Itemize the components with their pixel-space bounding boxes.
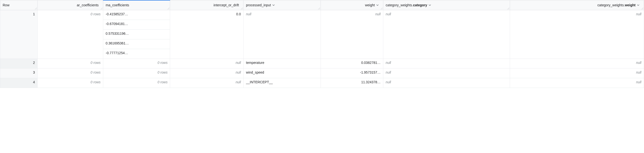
col-header-cwcat-label: category_weights.category xyxy=(386,3,427,7)
table-row-group: 4 0 rows 0 rows null __INTERCEPT__ 11.32… xyxy=(0,78,644,88)
col-header-ma-label: ma_coefficients xyxy=(106,3,129,7)
ar-cell: 0 rows xyxy=(38,68,103,78)
col-header-processed-input[interactable]: processed_input xyxy=(244,0,321,10)
col-header-cwwgt-label: category_weights.weight xyxy=(598,3,636,7)
col-header-category-weights-weight[interactable]: category_weights.weight xyxy=(510,0,644,10)
cw-weight-cell: null xyxy=(510,78,644,88)
weight-cell: 11.324378… xyxy=(321,78,383,88)
resize-handle[interactable] xyxy=(640,7,644,10)
results-table: Row ar_coefficients ma_coefficients inte… xyxy=(0,0,644,88)
cw-category-cell: null xyxy=(383,78,510,88)
resize-handle[interactable] xyxy=(100,7,103,10)
col-header-ar-label: ar_coefficients xyxy=(77,3,98,7)
ma-cell: 0.361695361… xyxy=(103,39,170,49)
resize-handle[interactable] xyxy=(167,7,170,10)
processed-cell: __INTERCEPT__ xyxy=(244,78,321,88)
col-header-intercept-or-drift[interactable]: intercept_or_drift xyxy=(170,0,244,10)
cw-category-cell: null xyxy=(383,68,510,78)
resize-handle[interactable] xyxy=(318,7,320,10)
processed-cell: null xyxy=(244,10,321,59)
resize-handle[interactable] xyxy=(506,7,510,10)
col-header-ma-coefficients[interactable]: ma_coefficients xyxy=(103,0,170,10)
col-header-row[interactable]: Row xyxy=(0,0,38,10)
weight-cell: 0.0382781… xyxy=(321,59,383,68)
row-index-cell: 4 xyxy=(0,78,38,88)
col-header-row-label: Row xyxy=(3,3,10,7)
table-row: 4 0 rows 0 rows null __INTERCEPT__ 11.32… xyxy=(0,78,644,88)
processed-cell: wind_speed xyxy=(244,68,321,78)
cw-weight-cell: null xyxy=(510,59,644,68)
col-header-intercept-label: intercept_or_drift xyxy=(214,3,239,7)
chevron-down-icon[interactable] xyxy=(428,4,431,6)
ma-cell: 0.575331196… xyxy=(103,29,170,39)
resize-handle[interactable] xyxy=(380,7,383,10)
intercept-cell: null xyxy=(170,68,244,78)
table-row-group: 2 0 rows 0 rows null temperature 0.03827… xyxy=(0,59,644,68)
intercept-cell: 0.0 xyxy=(170,10,244,59)
ma-cell: -0.67094181… xyxy=(103,20,170,29)
row-index-cell: 1 xyxy=(0,10,38,59)
col-header-ar-coefficients[interactable]: ar_coefficients xyxy=(38,0,103,10)
table-row-group: 3 0 rows 0 rows null wind_speed -1.95731… xyxy=(0,68,644,78)
chevron-down-icon[interactable] xyxy=(637,4,640,6)
col-header-weight[interactable]: weight xyxy=(321,0,383,10)
cwwgt-main: weight xyxy=(625,3,636,7)
ma-cell: -0.41585237… xyxy=(103,10,170,20)
processed-cell: temperature xyxy=(244,59,321,68)
resize-handle[interactable] xyxy=(34,7,37,10)
cw-weight-cell: null xyxy=(510,68,644,78)
col-header-category-weights-category[interactable]: category_weights.category xyxy=(383,0,510,10)
header-row: Row ar_coefficients ma_coefficients inte… xyxy=(0,0,644,10)
ma-cell: -0.77771254… xyxy=(103,49,170,59)
col-header-processed-label: processed_input xyxy=(246,3,271,7)
row-index-cell: 3 xyxy=(0,68,38,78)
results-table-wrap: Row ar_coefficients ma_coefficients inte… xyxy=(0,0,644,88)
ma-cell: 0 rows xyxy=(103,78,170,88)
intercept-cell: null xyxy=(170,59,244,68)
chevron-down-icon[interactable] xyxy=(272,4,275,6)
row-index-cell: 2 xyxy=(0,59,38,68)
resize-handle[interactable] xyxy=(240,7,243,10)
ma-cell: 0 rows xyxy=(103,68,170,78)
table-row-group: 1 0 rows -0.41585237… 0.0 null null null… xyxy=(0,10,644,59)
cw-category-cell: null xyxy=(383,59,510,68)
ar-cell: 0 rows xyxy=(38,78,103,88)
cwwgt-prefix: category_weights. xyxy=(598,3,625,7)
table-row: 2 0 rows 0 rows null temperature 0.03827… xyxy=(0,59,644,68)
table-row: 1 0 rows -0.41585237… 0.0 null null null… xyxy=(0,10,644,20)
cw-weight-cell: null xyxy=(510,10,644,59)
col-header-weight-label: weight xyxy=(365,3,374,7)
cwcat-main: category xyxy=(413,3,427,7)
ma-cell: 0 rows xyxy=(103,59,170,68)
intercept-cell: null xyxy=(170,78,244,88)
ar-cell: 0 rows xyxy=(38,59,103,68)
chevron-down-icon[interactable] xyxy=(376,4,379,6)
cwcat-prefix: category_weights. xyxy=(386,3,413,7)
ar-cell: 0 rows xyxy=(38,10,103,59)
weight-cell: null xyxy=(321,10,383,59)
table-row: 3 0 rows 0 rows null wind_speed -1.95731… xyxy=(0,68,644,78)
cw-category-cell: null xyxy=(383,10,510,59)
weight-cell: -1.9573157… xyxy=(321,68,383,78)
